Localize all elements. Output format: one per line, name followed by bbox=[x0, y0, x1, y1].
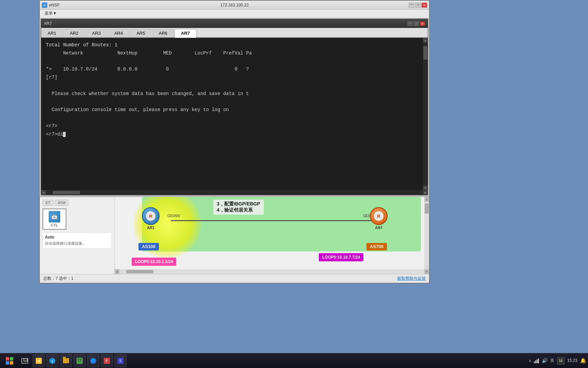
inner-minimize-btn[interactable]: ─ bbox=[408, 21, 413, 26]
tab-ar7[interactable]: AR7 bbox=[175, 29, 196, 38]
as100-badge: AS100 bbox=[138, 243, 159, 250]
status-help[interactable]: 获取帮助与反馈 bbox=[397, 276, 426, 281]
tray-keyboard-lang[interactable]: 英 bbox=[550, 358, 554, 364]
terminal-line-timeout: Configuration console time out, please p… bbox=[46, 106, 423, 114]
info-box: 3，配置IBGP/EBGP 4，验证邻居关系 bbox=[213, 200, 264, 215]
menu-item-file[interactable]: 菜单▼ bbox=[42, 10, 60, 17]
terminal-line-blank1 bbox=[46, 58, 423, 66]
terminal-line-route: *> 10.10.7.0/24 0.0.0.0 0 0 ? bbox=[46, 65, 423, 74]
terminal-line-r7tag: [r7] bbox=[46, 74, 423, 82]
ctl-icon-box[interactable]: CTL bbox=[43, 209, 66, 230]
ar1-label: AR1 bbox=[147, 226, 154, 230]
taskbar: 📁 e 🛡 🌐 P bbox=[0, 353, 588, 368]
auto-title: Auto bbox=[45, 235, 109, 240]
terminal-scrollbar-v[interactable]: ▲ ▼ bbox=[423, 38, 428, 190]
terminal-content[interactable]: Total Number of Routes: 1 Network NextHo… bbox=[41, 38, 428, 190]
tray-expand[interactable]: ∧ bbox=[529, 358, 531, 363]
inner-close-btn[interactable]: ✕ bbox=[420, 21, 425, 26]
outer-close-btn[interactable]: ✕ bbox=[422, 3, 427, 7]
terminal-line-2: Network NextHop MED LocPrf PrefVal Pa bbox=[46, 49, 423, 58]
globe-btn[interactable]: 🌐 bbox=[87, 354, 99, 367]
info-line1: 3，配置IBGP/EBGP bbox=[217, 201, 260, 207]
loop0-ar1-label: LOOP0:10.10.1.1/24 bbox=[132, 258, 176, 266]
auto-desc: 自动选择接口连接设备。 bbox=[45, 241, 109, 246]
inner-titlebar: AR7 ─ ❐ ✕ bbox=[41, 19, 428, 28]
ge-label-left: GE0/0/0 bbox=[167, 214, 180, 218]
loop0-ar7-label: LOOP0:10.10.7.7/24 bbox=[319, 253, 363, 261]
connection-line bbox=[171, 220, 382, 221]
left-sidebar: ET ATM CTL Auto bbox=[40, 197, 115, 274]
ar7-label: AR7 bbox=[375, 226, 382, 230]
ar1-router-node[interactable]: R AR1 bbox=[142, 207, 160, 230]
as700-label: AS700 bbox=[370, 244, 383, 249]
tab-ar3[interactable]: AR3 bbox=[86, 29, 107, 37]
terminal-line-prompt1: <r7> bbox=[46, 122, 423, 131]
shield-btn[interactable]: 🛡 bbox=[74, 354, 86, 367]
tab-ar6[interactable]: AR6 bbox=[152, 29, 174, 37]
ie-btn[interactable]: e bbox=[46, 354, 59, 367]
auto-section: Auto 自动选择接口连接设备。 bbox=[43, 232, 112, 249]
status-total: 总数：7 选中：1 bbox=[43, 276, 74, 281]
outer-title-ip: 172.163.100.22 bbox=[220, 3, 248, 7]
ctl-label: CTL bbox=[51, 223, 58, 227]
tab-ar1[interactable]: AR1 bbox=[41, 29, 63, 37]
ar7-router-node[interactable]: R AR7 bbox=[370, 207, 388, 230]
diagram-canvas[interactable]: 3，配置IBGP/EBGP 4，验证邻居关系 GE0/0/0 GE0/0/0 R… bbox=[115, 197, 429, 274]
start-button[interactable] bbox=[2, 354, 17, 367]
app8-btn[interactable]: S bbox=[114, 354, 127, 367]
tab-ar2[interactable]: AR2 bbox=[63, 29, 85, 37]
as700-badge: AS700 bbox=[366, 243, 387, 250]
tab-ar5[interactable]: AR5 bbox=[130, 29, 151, 37]
ar7-router-icon: R bbox=[370, 207, 388, 225]
ar1-router-icon: R bbox=[142, 207, 160, 225]
tab-ar4[interactable]: AR4 bbox=[108, 29, 129, 37]
clock-display[interactable]: 15:23 bbox=[567, 358, 577, 364]
sidebar-nav-atm[interactable]: ATM bbox=[55, 200, 68, 206]
outer-title-text: eNSP bbox=[49, 3, 60, 7]
sidebar-nav-et[interactable]: ET bbox=[43, 200, 53, 206]
ensp-logo-icon: e bbox=[42, 2, 47, 8]
info-line2: 4，验证邻居关系 bbox=[217, 207, 260, 213]
inner-window: AR7 ─ ❐ ✕ AR1 AR2 AR3 AR4 AR5 AR6 AR7 bbox=[40, 18, 428, 196]
clock-time: 15:23 bbox=[567, 358, 577, 364]
file-explorer-btn[interactable]: 📁 bbox=[33, 354, 45, 367]
terminal-line-blank2 bbox=[46, 82, 423, 90]
as100-label: AS100 bbox=[142, 244, 156, 249]
notification-btn[interactable]: 🔔 bbox=[580, 358, 586, 364]
tray-volume[interactable]: 🔊 bbox=[542, 358, 548, 364]
bottom-area: ET ATM CTL Auto bbox=[40, 196, 429, 274]
terminal-line-1: Total Number of Routes: 1 bbox=[46, 41, 423, 49]
terminal-line-blank4 bbox=[46, 114, 423, 122]
outer-titlebar: e eNSP 172.163.100.22 ─ ❐ ✕ bbox=[40, 1, 429, 10]
tray-network[interactable] bbox=[534, 358, 539, 363]
menu-bar: 菜单▼ bbox=[40, 10, 429, 18]
outer-restore-btn[interactable]: ❐ bbox=[415, 3, 421, 7]
diagram-scrollbar-h[interactable]: ◀ ▶ bbox=[115, 269, 429, 274]
outer-minimize-btn[interactable]: ─ bbox=[409, 3, 414, 7]
svg-point-3 bbox=[54, 217, 55, 218]
status-bar: 总数：7 选中：1 获取帮助与反馈 bbox=[40, 274, 429, 283]
diagram-scrollbar-v[interactable]: ▲ ▼ bbox=[424, 197, 429, 274]
terminal-scrollbar-h[interactable]: ◀ ▶ bbox=[41, 190, 428, 195]
tab-bar: AR1 AR2 AR3 AR4 AR5 AR6 AR7 bbox=[41, 28, 428, 38]
loop0-ar1-text: LOOP0:10.10.1.1/24 bbox=[135, 259, 173, 264]
terminal-line-check: Please check whether system data has bee… bbox=[46, 90, 423, 98]
outer-window: e eNSP 172.163.100.22 ─ ❐ ✕ 菜单▼ AR7 ─ ❐ … bbox=[39, 0, 430, 283]
inner-title-text: AR7 bbox=[44, 21, 52, 26]
folder-btn[interactable] bbox=[60, 354, 72, 367]
terminal-line-prompt2: <r7>di bbox=[46, 131, 423, 139]
tray-m-icon[interactable]: M bbox=[557, 357, 565, 365]
terminal-line-blank3 bbox=[46, 98, 423, 106]
loop0-ar7-text: LOOP0:10.10.7.7/24 bbox=[322, 255, 360, 260]
app7-btn[interactable]: P bbox=[101, 354, 113, 367]
system-tray: ∧ 🔊 英 M 15:23 🔔 bbox=[529, 357, 586, 365]
inner-restore-btn[interactable]: ❐ bbox=[414, 21, 419, 26]
task-view-btn[interactable] bbox=[18, 354, 31, 367]
ctl-icon bbox=[49, 211, 60, 223]
